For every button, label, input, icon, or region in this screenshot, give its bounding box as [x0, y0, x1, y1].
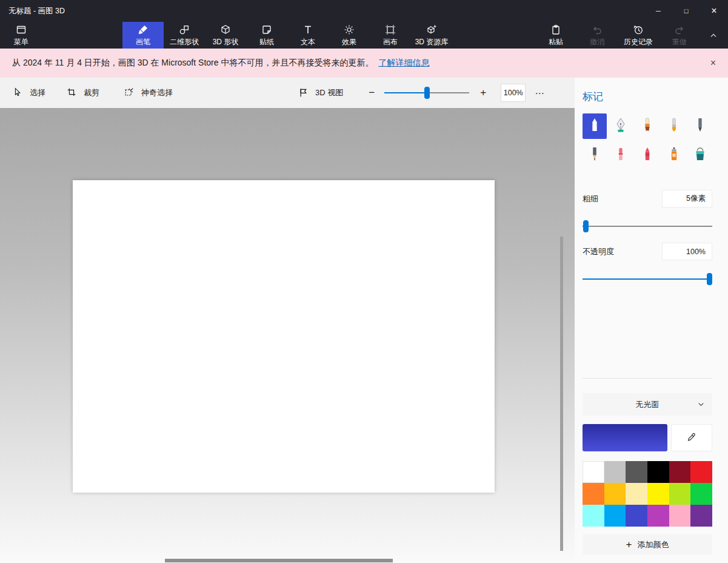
drawing-canvas[interactable]	[73, 180, 495, 493]
brush-grid	[583, 113, 712, 168]
canvas-column: 选择 裁剪 神奇选择	[0, 78, 575, 563]
thickness-input[interactable]: 5像素	[662, 190, 712, 207]
zoom-slider[interactable]	[384, 86, 469, 99]
redo-icon	[673, 24, 686, 36]
more-options-button[interactable]: …	[535, 86, 544, 100]
thickness-slider-handle[interactable]	[583, 220, 589, 232]
banner-close-icon[interactable]: ×	[710, 58, 716, 69]
tab-3d-library[interactable]: 3D 资源库	[411, 22, 452, 49]
canvas-background	[0, 108, 575, 563]
3d-view-button[interactable]: 3D 视图	[298, 87, 343, 99]
panel-divider	[583, 378, 712, 379]
color-swatch[interactable]	[647, 461, 669, 483]
tab-text[interactable]: 文本	[287, 22, 329, 49]
pencil-icon	[588, 146, 601, 164]
tab-3d-shapes[interactable]: 3D 形状	[205, 22, 246, 49]
tab-stickers[interactable]: 贴纸	[246, 22, 287, 49]
tab-canvas[interactable]: 画布	[370, 22, 411, 49]
color-swatch[interactable]	[690, 483, 712, 505]
tab-effects[interactable]: 效果	[329, 22, 370, 49]
collapse-ribbon-button[interactable]	[700, 22, 727, 49]
add-color-button[interactable]: + 添加颜色	[583, 534, 712, 555]
thickness-row: 粗细 5像素	[583, 190, 712, 207]
shapes-2d-icon	[178, 24, 190, 36]
main-area: 选择 裁剪 神奇选择	[0, 78, 728, 563]
horizontal-scrollbar[interactable]	[165, 559, 393, 562]
ribbon-actions: 粘贴 撤消 历史记录 重做	[535, 22, 727, 49]
color-swatch[interactable]	[669, 483, 691, 505]
maximize-button[interactable]: □	[672, 0, 700, 22]
menu-label: 菜单	[14, 37, 28, 47]
opacity-slider-handle[interactable]	[707, 273, 712, 285]
color-swatch[interactable]	[690, 505, 712, 527]
undo-button[interactable]: 撤消	[576, 22, 618, 49]
select-button[interactable]: 选择	[12, 87, 45, 99]
eyedropper-icon	[686, 431, 697, 445]
eyedropper-button[interactable]	[671, 424, 712, 451]
brush-eraser[interactable]	[609, 143, 633, 168]
brush-pencil[interactable]	[583, 143, 607, 168]
magic-select-button[interactable]: 神奇选择	[124, 87, 173, 99]
color-swatch[interactable]	[604, 505, 626, 527]
color-swatch[interactable]	[669, 505, 691, 527]
color-swatch[interactable]	[626, 483, 647, 505]
thickness-slider[interactable]	[583, 220, 712, 233]
tab-label: 效果	[342, 37, 356, 47]
brush-watercolor[interactable]	[662, 113, 686, 139]
tab-2d-shapes[interactable]: 二维形状	[164, 22, 205, 49]
brush-calligraphy-pen[interactable]	[609, 113, 633, 139]
brush-marker[interactable]	[583, 113, 607, 139]
brush-pixel-pen[interactable]	[688, 113, 712, 139]
chevron-down-icon	[697, 400, 705, 410]
ribbon: 菜单 画笔 二维形状 3D 形状	[0, 22, 728, 49]
brush-panel: 标记	[575, 78, 728, 563]
learn-more-link[interactable]: 了解详细信息	[378, 58, 429, 69]
color-swatch[interactable]	[647, 483, 669, 505]
color-swatch[interactable]	[647, 505, 669, 527]
brush-oil-brush[interactable]	[635, 113, 660, 139]
tab-brushes[interactable]: 画笔	[122, 22, 164, 49]
color-swatch[interactable]	[583, 461, 604, 483]
color-swatch[interactable]	[604, 461, 626, 483]
tab-label: 文本	[301, 37, 315, 47]
zoom-out-button[interactable]: −	[366, 87, 377, 99]
zoom-slider-handle[interactable]	[424, 87, 430, 99]
minimize-button[interactable]: ─	[644, 0, 672, 22]
zoom-in-button[interactable]: +	[478, 87, 489, 99]
vertical-scrollbar[interactable]	[560, 237, 563, 551]
close-button[interactable]: ×	[700, 0, 728, 22]
color-swatch[interactable]	[690, 461, 712, 483]
paint3d-window: 无标题 - 画图 3D ─ □ × 菜单 画笔	[0, 0, 728, 563]
brush-fill[interactable]	[688, 143, 712, 168]
color-swatch[interactable]	[604, 483, 626, 505]
effects-icon	[343, 24, 355, 36]
color-swatch[interactable]	[626, 461, 647, 483]
color-swatch[interactable]	[626, 505, 647, 527]
library-3d-icon	[426, 24, 438, 36]
color-swatch[interactable]	[583, 505, 604, 527]
cursor-icon	[12, 87, 24, 99]
paste-button[interactable]: 粘贴	[535, 22, 576, 49]
select-label: 选择	[30, 87, 45, 98]
redo-button[interactable]: 重做	[659, 22, 700, 49]
color-swatch[interactable]	[583, 483, 604, 505]
zoom-value[interactable]: 100%	[501, 84, 526, 102]
current-color-row	[583, 424, 712, 451]
finish-dropdown[interactable]: 无光面	[583, 393, 712, 416]
shapes-3d-icon	[219, 24, 232, 36]
tab-label: 3D 资源库	[415, 37, 449, 47]
current-color-swatch[interactable]	[583, 424, 667, 451]
opacity-input[interactable]: 100%	[662, 243, 712, 260]
thickness-label: 粗细	[583, 194, 598, 204]
zoom-slider-fill	[384, 92, 427, 93]
menu-button[interactable]: 菜单	[5, 22, 38, 49]
crop-button[interactable]: 裁剪	[66, 87, 99, 99]
color-swatch[interactable]	[669, 461, 691, 483]
undo-icon	[591, 24, 603, 36]
action-label: 粘贴	[549, 37, 563, 47]
history-button[interactable]: 历史记录	[618, 22, 659, 49]
brush-crayon[interactable]	[635, 143, 660, 168]
opacity-slider[interactable]	[583, 272, 712, 286]
brush-spray-can[interactable]	[662, 143, 686, 168]
action-label: 重做	[672, 37, 687, 47]
